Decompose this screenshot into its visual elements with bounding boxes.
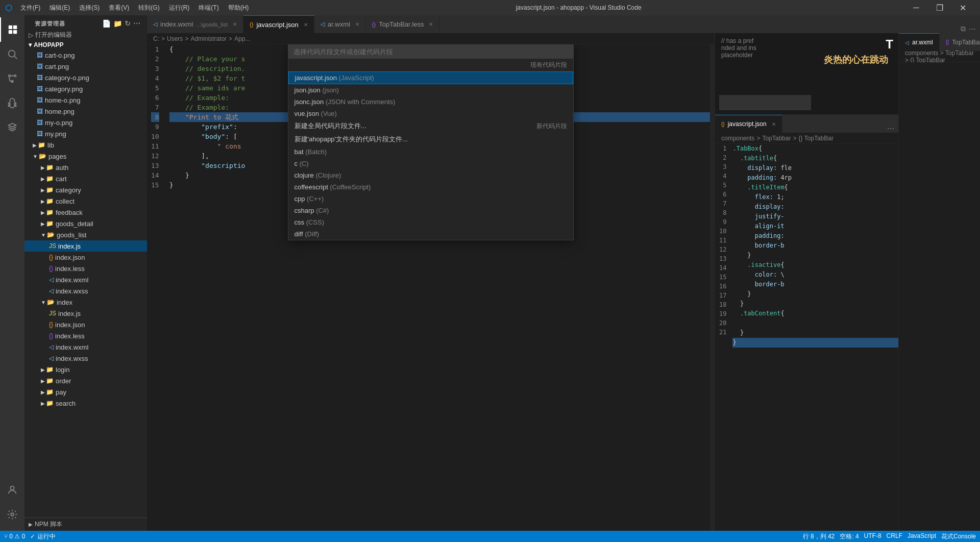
- secondary-editor-content[interactable]: 12345 678910 1112131415 161718192021 .Ta…: [715, 144, 898, 531]
- activity-account[interactable]: [0, 478, 24, 502]
- tree-item-home-png[interactable]: 🖼 home.png: [24, 106, 147, 117]
- tree-item-index-json-index[interactable]: {} index.json: [24, 319, 147, 330]
- tree-item-cart[interactable]: ▶ 📁 cart: [24, 173, 147, 184]
- tree-item-index-json-goods[interactable]: {} index.json: [24, 252, 147, 263]
- snippet-search-input[interactable]: [293, 48, 568, 56]
- snippet-item-json-json[interactable]: json.json (json): [288, 84, 573, 96]
- tree-item-index-wxss-goods[interactable]: ◁ index.wxss: [24, 285, 147, 297]
- tab-toptabbar-less-far[interactable]: {} TopTabBar.less ✕: [940, 33, 980, 51]
- tab-close-icon[interactable]: ✕: [429, 21, 433, 27]
- snippet-new-global[interactable]: 新建全局代码片段文件... 新代码片段: [288, 119, 573, 133]
- snippet-new-folder[interactable]: 新建'ahopapp'文件夹的代码片段文件...: [288, 133, 573, 146]
- tab-close-icon[interactable]: ✕: [355, 21, 359, 27]
- activity-git[interactable]: [0, 66, 24, 91]
- status-eol[interactable]: CRLF: [887, 532, 902, 541]
- snippet-item-coffeescript[interactable]: coffeescript (CoffeeScript): [288, 181, 573, 193]
- tree-item-goods-list[interactable]: ▼ 📂 goods_list: [24, 229, 147, 240]
- tree-item-index-js-index[interactable]: JS index.js: [24, 308, 147, 319]
- tab-ar-wxml-far[interactable]: ◁ ar.wxml: [899, 33, 940, 51]
- snippet-item-cpp[interactable]: cpp (C++): [288, 193, 573, 205]
- tree-item-index-wxss-index[interactable]: ◁ index.wxss: [24, 353, 147, 364]
- split-editor-icon[interactable]: ⧉: [961, 24, 966, 33]
- project-section[interactable]: ▾ AHOPAPP: [24, 40, 147, 50]
- status-branch[interactable]: ⑂ 0 ⚠ 0: [4, 533, 25, 540]
- close-button[interactable]: ✕: [951, 0, 975, 15]
- tree-item-index-js-goods[interactable]: JS index.js: [24, 240, 147, 252]
- menu-edit[interactable]: 编辑(E): [45, 3, 74, 13]
- status-running[interactable]: ✓ 运行中: [30, 532, 55, 541]
- tab-close-icon[interactable]: ✕: [772, 121, 776, 127]
- menu-goto[interactable]: 转到(G): [134, 3, 163, 13]
- tree-item-category-o-png[interactable]: 🖼 category-o.png: [24, 72, 147, 83]
- snippet-item-jsonc-json[interactable]: jsonc.json (JSON with Comments): [288, 96, 573, 108]
- snippet-picker[interactable]: 现有代码片段 javascript.json (JavaScript) json…: [288, 44, 574, 240]
- new-folder-icon[interactable]: 📁: [113, 19, 122, 28]
- more-tabs-icon[interactable]: ⋯: [969, 25, 976, 33]
- snippet-item-diff[interactable]: diff (Diff): [288, 228, 573, 240]
- tab-ar-wxml[interactable]: ◁ ar.wxml ✕: [314, 15, 366, 33]
- status-encoding[interactable]: UTF-8: [864, 532, 881, 541]
- tree-item-index-less-goods[interactable]: {} index.less: [24, 263, 147, 274]
- tab-toptabbar-less[interactable]: {} TopTabBar.less ✕: [366, 15, 440, 33]
- tree-item-category[interactable]: ▶ 📁 category: [24, 184, 147, 195]
- snippet-search-bar[interactable]: [288, 45, 573, 59]
- minimize-button[interactable]: ─: [904, 0, 928, 15]
- activity-extensions[interactable]: [0, 115, 24, 140]
- snippet-item-csharp[interactable]: csharp (C#): [288, 205, 573, 216]
- tree-item-pages[interactable]: ▼ 📂 pages: [24, 151, 147, 162]
- new-file-icon[interactable]: 📄: [102, 19, 111, 28]
- activity-search[interactable]: [0, 42, 24, 66]
- tab-close-icon[interactable]: ✕: [304, 22, 308, 28]
- snippet-item-javascript-json[interactable]: javascript.json (JavaScript): [288, 71, 573, 84]
- tree-item-collect[interactable]: ▶ 📁 collect: [24, 195, 147, 207]
- menu-run[interactable]: 运行(R): [165, 3, 194, 13]
- tree-item-category-png[interactable]: 🖼 category.png: [24, 83, 147, 94]
- snippet-item-c[interactable]: c (C): [288, 158, 573, 169]
- status-spaces[interactable]: 空格: 4: [840, 532, 859, 541]
- menu-help[interactable]: 帮助(H): [224, 3, 253, 13]
- menu-file[interactable]: 文件(F): [16, 3, 44, 13]
- tree-item-index-less-index[interactable]: {} index.less: [24, 330, 147, 341]
- more-icon[interactable]: ⋯: [887, 125, 894, 133]
- status-language[interactable]: JavaScript: [908, 532, 936, 541]
- menu-terminal[interactable]: 终端(T): [194, 3, 223, 13]
- tree-item-cart-o-png[interactable]: 🖼 cart-o.png: [24, 50, 147, 61]
- activity-explorer[interactable]: [0, 17, 24, 42]
- tree-item-auth[interactable]: ▶ 📁 auth: [24, 162, 147, 173]
- status-snippet[interactable]: 花式Console: [941, 532, 976, 541]
- tree-item-my-png[interactable]: 🖼 my.png: [24, 128, 147, 139]
- tree-item-index-wxml-index[interactable]: ◁ index.wxml: [24, 341, 147, 353]
- tab-javascript-json-right[interactable]: {} javascript.json ✕: [715, 115, 782, 133]
- status-position[interactable]: 行 8，列 42: [803, 532, 835, 541]
- activity-debug[interactable]: [0, 91, 24, 115]
- tree-item-index-wxml-goods[interactable]: ◁ index.wxml: [24, 274, 147, 285]
- open-editors-section[interactable]: ▷ 打开的编辑器: [24, 30, 147, 40]
- snippet-item-css[interactable]: css (CSS): [288, 216, 573, 228]
- tree-item-index-folder[interactable]: ▼ 📂 index: [24, 297, 147, 308]
- tree-item-home-o-png[interactable]: 🖼 home-o.png: [24, 94, 147, 106]
- snippet-item-bat[interactable]: bat (Batch): [288, 146, 573, 158]
- maximize-button[interactable]: ❐: [928, 0, 951, 15]
- snippet-item-clojure[interactable]: clojure (Clojure): [288, 169, 573, 181]
- tree-item-cart-png[interactable]: 🖼 cart.png: [24, 61, 147, 72]
- tab-index-wxml[interactable]: ◁ index.wxml ...\goods_list ✕: [147, 15, 243, 33]
- far-right-editor[interactable]: [899, 62, 980, 531]
- npm-section[interactable]: ▶ NPM 脚本: [24, 518, 147, 531]
- refresh-icon[interactable]: ↻: [125, 19, 131, 28]
- tree-item-lib[interactable]: ▶ 📁 lib: [24, 139, 147, 151]
- tree-item-login[interactable]: ▶ 📁 login: [24, 364, 147, 375]
- tab-close-icon[interactable]: ✕: [233, 21, 237, 27]
- menu-select[interactable]: 选择(S): [75, 3, 104, 13]
- menu-view[interactable]: 查看(V): [105, 3, 133, 13]
- menu-bar: 文件(F) 编辑(E) 选择(S) 查看(V) 转到(G) 运行(R) 终端(T…: [16, 3, 253, 13]
- tree-item-order[interactable]: ▶ 📁 order: [24, 375, 147, 386]
- tree-item-pay[interactable]: ▶ 📁 pay: [24, 386, 147, 398]
- tab-javascript-json[interactable]: {} javascript.json ✕: [243, 15, 314, 33]
- tree-item-search[interactable]: ▶ 📁 search: [24, 398, 147, 409]
- collapse-icon[interactable]: ⋯: [133, 19, 141, 28]
- activity-settings[interactable]: [0, 502, 24, 527]
- tree-item-goods-detail[interactable]: ▶ 📁 goods_detail: [24, 218, 147, 229]
- tree-item-feedback[interactable]: ▶ 📁 feedback: [24, 207, 147, 218]
- tree-item-my-o-png[interactable]: 🖼 my-o.png: [24, 117, 147, 128]
- snippet-item-vue-json[interactable]: vue.json (Vue): [288, 108, 573, 119]
